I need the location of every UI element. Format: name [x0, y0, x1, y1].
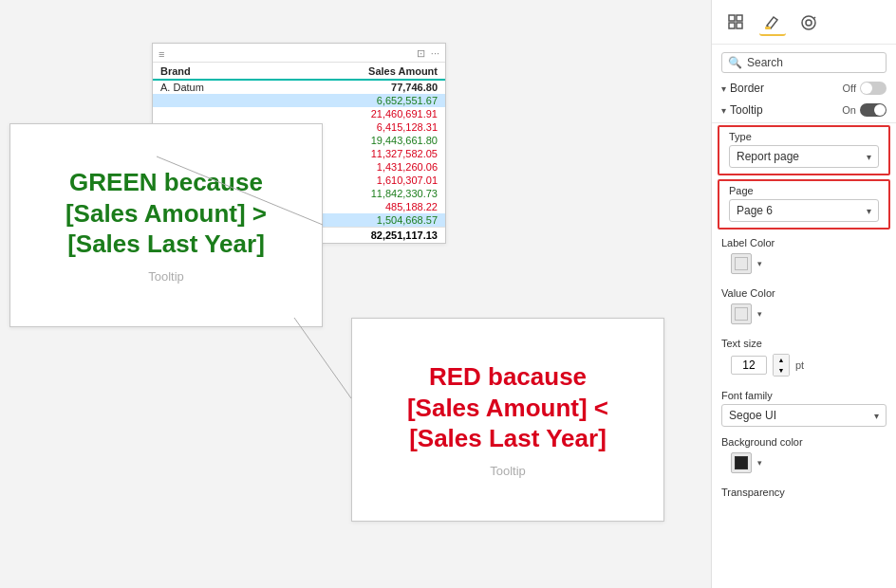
tooltip-label: ▾ Tooltip: [721, 103, 763, 117]
text-size-label: Text size: [721, 338, 887, 349]
expand-icon[interactable]: ⊡: [417, 47, 425, 60]
tooltip-green-text: GREEN because [Sales Amount] > [Sales La…: [50, 167, 282, 260]
text-size-section: Text size ▲ ▼ pt: [712, 334, 896, 386]
border-toggle-track[interactable]: [860, 82, 887, 95]
font-family-chevron-icon: ▾: [874, 411, 879, 421]
tooltip-red-text: RED bacause [Sales Amount] < [Sales Last…: [392, 361, 624, 454]
divider-1: [712, 122, 896, 123]
value-color-arrow-icon[interactable]: ▾: [757, 309, 762, 319]
amount-cell: 19,443,661.80: [371, 135, 438, 146]
tooltip-label-text: Tooltip: [730, 103, 763, 117]
border-toggle[interactable]: Off: [843, 82, 887, 95]
amount-cell: 1,504,668.57: [377, 214, 438, 226]
border-label-text: Border: [730, 82, 764, 95]
border-section-row: ▾ Border Off: [712, 77, 896, 99]
label-color-section: Label Color ▾: [712, 233, 896, 284]
amount-cell: 77,746.80: [391, 82, 438, 93]
label-color-label: Label Color: [721, 237, 887, 248]
type-field-section: Type Report page ▾: [719, 127, 888, 174]
svg-rect-2: [729, 15, 735, 21]
svg-line-9: [813, 17, 815, 19]
table-visual-header: ≡ ⊡ ···: [153, 44, 445, 63]
type-chevron-down-icon: ▾: [867, 152, 871, 162]
panel-icons: [712, 0, 896, 45]
col-sales-header: Sales Amount: [368, 65, 438, 77]
label-color-arrow-icon[interactable]: ▾: [757, 259, 762, 268]
search-input[interactable]: [747, 56, 880, 69]
amount-cell: 6,652,551.67: [377, 95, 438, 106]
value-color-row: ▾: [721, 302, 887, 328]
col-brand-header: Brand: [160, 65, 191, 77]
svg-point-8: [806, 20, 812, 26]
table-header-icons: ⊡ ···: [417, 47, 439, 60]
background-color-swatch[interactable]: [731, 452, 752, 473]
tooltip-red-subtitle: Tooltip: [490, 464, 526, 478]
background-color-row: ▾: [721, 450, 887, 477]
filter-icon-btn[interactable]: [795, 9, 822, 36]
tooltip-green: GREEN because [Sales Amount] > [Sales La…: [9, 123, 323, 327]
page-chevron-down-icon: ▾: [867, 206, 871, 216]
table-title: ≡: [159, 48, 164, 60]
type-dropdown-value: Report page: [737, 150, 799, 163]
transparency-section: Transparency: [712, 483, 896, 506]
font-family-dropdown[interactable]: Segoe UI ▾: [721, 404, 887, 427]
value-color-swatch[interactable]: [731, 303, 752, 324]
svg-line-1: [294, 318, 351, 398]
background-color-section: Background color ▾: [712, 432, 896, 483]
text-size-input[interactable]: [731, 356, 767, 375]
total-value: 82,251,117.13: [371, 230, 438, 241]
svg-rect-6: [765, 27, 771, 29]
svg-rect-5: [737, 23, 742, 28]
type-field-label: Type: [729, 131, 879, 142]
type-dropdown[interactable]: Report page ▾: [729, 145, 879, 168]
transparency-label: Transparency: [721, 487, 887, 498]
text-size-spinners: ▲ ▼: [773, 354, 790, 377]
table-row: 21,460,691.91: [153, 107, 445, 120]
grid-icon: [728, 14, 745, 31]
svg-rect-4: [729, 23, 735, 28]
tooltip-chevron[interactable]: ▾: [721, 105, 726, 116]
page-dropdown[interactable]: Page 6 ▾: [729, 199, 879, 222]
tooltip-state-text: On: [842, 104, 856, 116]
font-family-section: Font family Segoe UI ▾: [712, 386, 896, 432]
amount-cell: 1,610,307.01: [377, 175, 438, 186]
border-toggle-knob: [861, 83, 872, 94]
border-state-text: Off: [843, 83, 856, 94]
canvas-area: ≡ ⊡ ··· Brand Sales Amount A. Datum 77,7…: [0, 0, 711, 588]
filter-icon: [800, 14, 817, 31]
brand-cell: A. Datum: [160, 82, 204, 93]
text-size-unit: pt: [795, 359, 804, 371]
svg-rect-3: [737, 15, 742, 21]
text-size-down-button[interactable]: ▼: [774, 365, 789, 376]
table-col-headers: Brand Sales Amount: [153, 63, 445, 81]
grid-icon-btn[interactable]: [723, 9, 750, 36]
tooltip-toggle-knob: [874, 104, 886, 116]
more-icon[interactable]: ···: [431, 47, 439, 60]
value-color-fill: [735, 307, 748, 321]
border-label: ▾ Border: [721, 82, 764, 95]
background-color-arrow-icon[interactable]: ▾: [757, 458, 762, 468]
amount-cell: 485,188.22: [385, 201, 438, 212]
search-box[interactable]: 🔍: [721, 52, 887, 73]
amount-cell: 11,327,582.05: [371, 148, 438, 159]
text-size-row: ▲ ▼ pt: [721, 352, 887, 380]
page-field-section: Page Page 6 ▾: [719, 181, 888, 228]
tooltip-red: RED bacause [Sales Amount] < [Sales Last…: [351, 318, 664, 522]
page-dropdown-value: Page 6: [737, 204, 773, 217]
background-color-label: Background color: [721, 436, 887, 448]
page-field-label: Page: [729, 185, 879, 196]
amount-cell: 6,415,128.31: [377, 121, 438, 133]
paint-icon-btn[interactable]: [759, 9, 786, 36]
text-size-up-button[interactable]: ▲: [774, 355, 789, 365]
font-family-label: Font family: [721, 390, 887, 401]
tooltip-toggle[interactable]: On: [842, 103, 887, 117]
page-highlight-box: Page Page 6 ▾: [718, 179, 890, 230]
border-chevron[interactable]: ▾: [721, 83, 726, 94]
paint-icon: [764, 13, 781, 30]
tooltip-toggle-track[interactable]: [860, 103, 887, 117]
label-color-swatch[interactable]: [731, 253, 752, 274]
label-color-row: ▾: [721, 251, 887, 278]
search-icon: 🔍: [728, 56, 742, 69]
tooltip-green-subtitle: Tooltip: [148, 269, 184, 284]
font-family-value: Segoe UI: [729, 409, 776, 422]
